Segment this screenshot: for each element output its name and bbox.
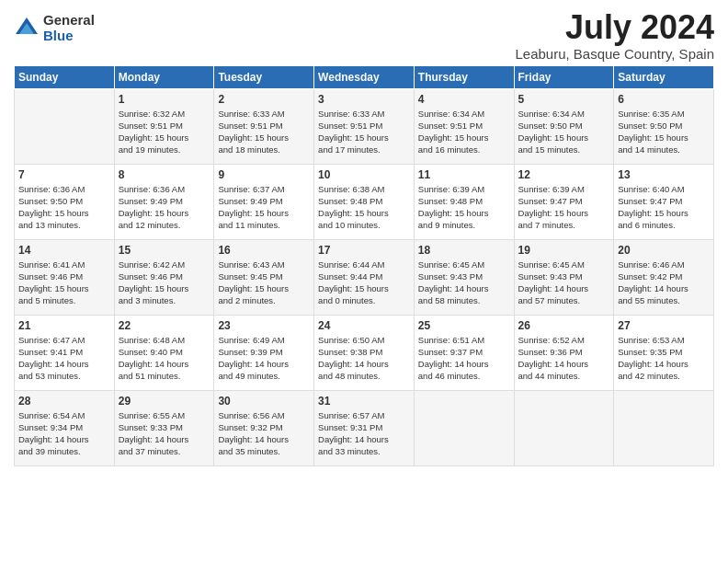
cell-text: Sunrise: 6:36 AM Sunset: 9:50 PM Dayligh… <box>18 183 110 232</box>
cell-text: Sunrise: 6:49 AM Sunset: 9:39 PM Dayligh… <box>218 334 310 383</box>
day-number: 5 <box>518 93 610 106</box>
day-number: 9 <box>218 168 310 181</box>
calendar-cell: 10Sunrise: 6:38 AM Sunset: 9:48 PM Dayli… <box>314 164 415 239</box>
cell-text: Sunrise: 6:34 AM Sunset: 9:51 PM Dayligh… <box>418 108 510 156</box>
day-number: 26 <box>518 319 610 332</box>
day-number: 7 <box>18 168 110 181</box>
calendar-cell: 28Sunrise: 6:54 AM Sunset: 9:34 PM Dayli… <box>15 390 115 465</box>
calendar-cell: 16Sunrise: 6:43 AM Sunset: 9:45 PM Dayli… <box>214 239 314 315</box>
cell-text: Sunrise: 6:48 AM Sunset: 9:40 PM Dayligh… <box>119 334 210 383</box>
logo-icon <box>14 16 40 41</box>
week-row-1: 7Sunrise: 6:36 AM Sunset: 9:50 PM Daylig… <box>15 164 714 239</box>
day-number: 22 <box>119 319 210 332</box>
cell-text: Sunrise: 6:45 AM Sunset: 9:43 PM Dayligh… <box>418 259 510 307</box>
calendar-cell: 14Sunrise: 6:41 AM Sunset: 9:46 PM Dayli… <box>15 239 115 315</box>
cell-text: Sunrise: 6:53 AM Sunset: 9:35 PM Dayligh… <box>618 334 710 383</box>
logo-blue-label: Blue <box>43 29 95 44</box>
week-row-3: 21Sunrise: 6:47 AM Sunset: 9:41 PM Dayli… <box>15 315 714 390</box>
day-number: 12 <box>518 168 610 181</box>
calendar-body: 1Sunrise: 6:32 AM Sunset: 9:51 PM Daylig… <box>15 88 714 465</box>
calendar-cell: 27Sunrise: 6:53 AM Sunset: 9:35 PM Dayli… <box>614 315 714 390</box>
day-number: 31 <box>318 395 410 408</box>
day-number: 3 <box>318 93 410 106</box>
cell-text: Sunrise: 6:41 AM Sunset: 9:46 PM Dayligh… <box>18 259 110 307</box>
weekday-header-wednesday: Wednesday <box>314 65 415 88</box>
cell-text: Sunrise: 6:39 AM Sunset: 9:48 PM Dayligh… <box>418 183 510 232</box>
weekday-header-monday: Monday <box>114 65 214 88</box>
weekday-header-sunday: Sunday <box>15 65 115 88</box>
calendar-cell: 1Sunrise: 6:32 AM Sunset: 9:51 PM Daylig… <box>114 88 214 164</box>
calendar-cell: 13Sunrise: 6:40 AM Sunset: 9:47 PM Dayli… <box>614 164 714 239</box>
calendar-cell: 29Sunrise: 6:55 AM Sunset: 9:33 PM Dayli… <box>114 390 214 465</box>
calendar-cell: 30Sunrise: 6:56 AM Sunset: 9:32 PM Dayli… <box>214 390 314 465</box>
week-row-2: 14Sunrise: 6:41 AM Sunset: 9:46 PM Dayli… <box>15 239 714 315</box>
cell-text: Sunrise: 6:33 AM Sunset: 9:51 PM Dayligh… <box>218 108 310 156</box>
calendar-cell: 12Sunrise: 6:39 AM Sunset: 9:47 PM Dayli… <box>514 164 614 239</box>
cell-text: Sunrise: 6:51 AM Sunset: 9:37 PM Dayligh… <box>418 334 510 383</box>
calendar-cell: 4Sunrise: 6:34 AM Sunset: 9:51 PM Daylig… <box>414 88 514 164</box>
day-number: 1 <box>119 93 210 106</box>
cell-text: Sunrise: 6:47 AM Sunset: 9:41 PM Dayligh… <box>18 334 110 383</box>
day-number: 18 <box>418 244 510 257</box>
calendar-cell: 20Sunrise: 6:46 AM Sunset: 9:42 PM Dayli… <box>614 239 714 315</box>
day-number: 4 <box>418 93 510 106</box>
day-number: 11 <box>418 168 510 181</box>
month-year: July 2024 <box>515 9 714 46</box>
logo-text: General Blue <box>43 13 95 43</box>
calendar-cell: 2Sunrise: 6:33 AM Sunset: 9:51 PM Daylig… <box>214 88 314 164</box>
cell-text: Sunrise: 6:32 AM Sunset: 9:51 PM Dayligh… <box>119 108 210 156</box>
weekday-header-thursday: Thursday <box>414 65 514 88</box>
day-number: 27 <box>618 319 710 332</box>
day-number: 8 <box>119 168 210 181</box>
calendar-cell: 6Sunrise: 6:35 AM Sunset: 9:50 PM Daylig… <box>614 88 714 164</box>
cell-text: Sunrise: 6:39 AM Sunset: 9:47 PM Dayligh… <box>518 183 610 232</box>
day-number: 28 <box>18 395 110 408</box>
cell-text: Sunrise: 6:33 AM Sunset: 9:51 PM Dayligh… <box>318 108 410 156</box>
calendar-cell: 3Sunrise: 6:33 AM Sunset: 9:51 PM Daylig… <box>314 88 415 164</box>
calendar-cell: 23Sunrise: 6:49 AM Sunset: 9:39 PM Dayli… <box>214 315 314 390</box>
day-number: 14 <box>18 244 110 257</box>
calendar-cell <box>614 390 714 465</box>
calendar-cell: 8Sunrise: 6:36 AM Sunset: 9:49 PM Daylig… <box>114 164 214 239</box>
cell-text: Sunrise: 6:45 AM Sunset: 9:43 PM Dayligh… <box>518 259 610 307</box>
cell-text: Sunrise: 6:34 AM Sunset: 9:50 PM Dayligh… <box>518 108 610 156</box>
cell-text: Sunrise: 6:42 AM Sunset: 9:46 PM Dayligh… <box>119 259 210 307</box>
cell-text: Sunrise: 6:57 AM Sunset: 9:31 PM Dayligh… <box>318 409 410 458</box>
day-number: 20 <box>618 244 710 257</box>
cell-text: Sunrise: 6:43 AM Sunset: 9:45 PM Dayligh… <box>218 259 310 307</box>
calendar-cell: 11Sunrise: 6:39 AM Sunset: 9:48 PM Dayli… <box>414 164 514 239</box>
day-number: 17 <box>318 244 410 257</box>
day-number: 29 <box>119 395 210 408</box>
day-number: 25 <box>418 319 510 332</box>
cell-text: Sunrise: 6:38 AM Sunset: 9:48 PM Dayligh… <box>318 183 410 232</box>
calendar-cell: 21Sunrise: 6:47 AM Sunset: 9:41 PM Dayli… <box>15 315 115 390</box>
cell-text: Sunrise: 6:35 AM Sunset: 9:50 PM Dayligh… <box>618 108 710 156</box>
calendar-cell: 17Sunrise: 6:44 AM Sunset: 9:44 PM Dayli… <box>314 239 415 315</box>
weekday-header-row: SundayMondayTuesdayWednesdayThursdayFrid… <box>15 65 714 88</box>
calendar-cell: 24Sunrise: 6:50 AM Sunset: 9:38 PM Dayli… <box>314 315 415 390</box>
day-number: 2 <box>218 93 310 106</box>
day-number: 24 <box>318 319 410 332</box>
calendar-cell: 15Sunrise: 6:42 AM Sunset: 9:46 PM Dayli… <box>114 239 214 315</box>
day-number: 6 <box>618 93 710 106</box>
cell-text: Sunrise: 6:55 AM Sunset: 9:33 PM Dayligh… <box>119 409 210 458</box>
week-row-0: 1Sunrise: 6:32 AM Sunset: 9:51 PM Daylig… <box>15 88 714 164</box>
cell-text: Sunrise: 6:40 AM Sunset: 9:47 PM Dayligh… <box>618 183 710 232</box>
week-row-4: 28Sunrise: 6:54 AM Sunset: 9:34 PM Dayli… <box>15 390 714 465</box>
cell-text: Sunrise: 6:54 AM Sunset: 9:34 PM Dayligh… <box>18 409 110 458</box>
weekday-header-saturday: Saturday <box>614 65 714 88</box>
calendar-cell: 19Sunrise: 6:45 AM Sunset: 9:43 PM Dayli… <box>514 239 614 315</box>
day-number: 13 <box>618 168 710 181</box>
weekday-header-tuesday: Tuesday <box>214 65 314 88</box>
cell-text: Sunrise: 6:36 AM Sunset: 9:49 PM Dayligh… <box>119 183 210 232</box>
logo-general-label: General <box>43 13 95 29</box>
weekday-header-friday: Friday <box>514 65 614 88</box>
cell-text: Sunrise: 6:50 AM Sunset: 9:38 PM Dayligh… <box>318 334 410 383</box>
cell-text: Sunrise: 6:37 AM Sunset: 9:49 PM Dayligh… <box>218 183 310 232</box>
calendar-cell <box>514 390 614 465</box>
day-number: 16 <box>218 244 310 257</box>
day-number: 15 <box>119 244 210 257</box>
calendar-cell <box>414 390 514 465</box>
cell-text: Sunrise: 6:56 AM Sunset: 9:32 PM Dayligh… <box>218 409 310 458</box>
day-number: 19 <box>518 244 610 257</box>
